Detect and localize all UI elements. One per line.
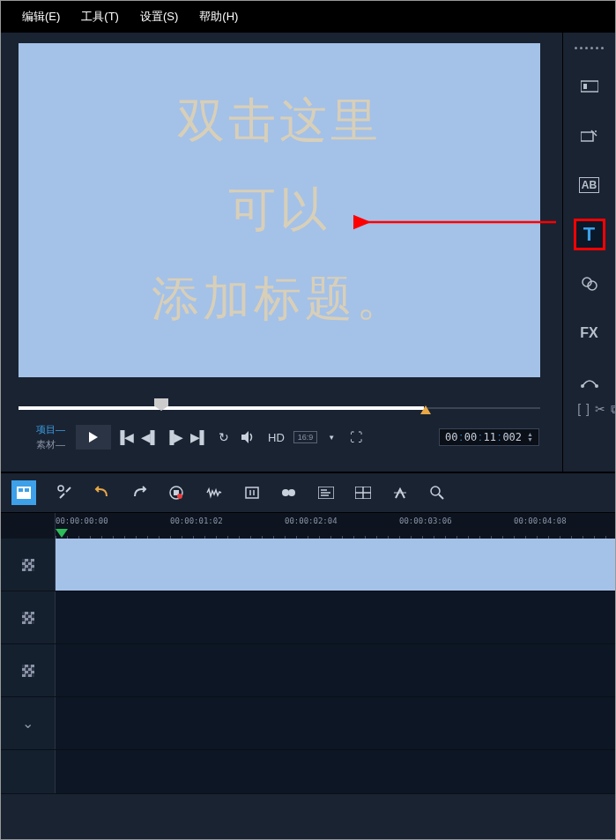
overlay-track-1[interactable] — [56, 591, 615, 643]
empty-track[interactable] — [56, 750, 615, 793]
timeline-view-button[interactable] — [11, 480, 36, 505]
expand-button[interactable]: ⛶ — [345, 427, 367, 448]
menu-edit[interactable]: 编辑(E) — [22, 9, 60, 25]
multi-trim-button[interactable] — [281, 487, 297, 499]
svg-rect-4 — [581, 132, 593, 141]
play-button[interactable] — [76, 425, 111, 450]
svg-point-9 — [595, 384, 598, 388]
subtitle-button[interactable] — [318, 487, 334, 499]
video-track-1[interactable] — [56, 539, 615, 591]
overlay-track-2[interactable] — [56, 644, 615, 696]
next-frame-button[interactable]: ▐▶ — [164, 427, 185, 448]
ruler-label: 00:00:02:04 — [285, 517, 338, 525]
ruler-label: 00:00:03:06 — [399, 517, 452, 525]
menu-help[interactable]: 帮助(H) — [199, 9, 238, 25]
svg-rect-14 — [25, 488, 29, 492]
svg-rect-3 — [583, 84, 587, 89]
title-line-3: 添加标题。 — [152, 267, 407, 331]
record-button[interactable] — [168, 485, 184, 501]
mark-out-icon[interactable]: ] — [586, 402, 590, 417]
timecode-down-icon[interactable]: ▼ — [527, 437, 533, 442]
volume-button[interactable] — [238, 427, 259, 448]
menu-settings[interactable]: 设置(S) — [140, 9, 178, 25]
svg-point-19 — [282, 489, 289, 496]
svg-rect-18 — [246, 487, 258, 498]
hd-label[interactable]: HD — [268, 431, 285, 444]
playhead-icon[interactable] — [56, 529, 68, 538]
aspect-ratio-badge[interactable]: 16:9 — [293, 431, 318, 443]
empty-track-header[interactable] — [1, 750, 56, 793]
tools-icon[interactable] — [57, 485, 73, 501]
effects-wand-button[interactable] — [574, 120, 605, 152]
motion-track-button[interactable] — [392, 486, 408, 500]
timeline-ruler[interactable]: 00:00:00:0000:00:01:0200:00:02:0400:00:0… — [56, 513, 615, 539]
ruler-label: 00:00:00:00 — [56, 517, 108, 525]
auto-music-button[interactable] — [244, 486, 260, 500]
title-line-1: 双击这里 — [177, 89, 382, 153]
svg-point-5 — [595, 130, 597, 132]
video-clip[interactable] — [56, 539, 615, 591]
aspect-dropdown-icon[interactable]: ▼ — [321, 427, 342, 448]
svg-point-29 — [431, 487, 440, 495]
go-end-button[interactable]: ▶▌ — [189, 427, 210, 448]
redo-button[interactable] — [131, 486, 147, 500]
track-expand-header[interactable]: ⌄ — [1, 697, 56, 749]
project-tab[interactable]: 项目— — [36, 423, 65, 436]
video-track-header[interactable] — [1, 539, 56, 591]
loop-button[interactable]: ↻ — [213, 427, 234, 448]
search-button[interactable] — [429, 485, 445, 501]
cut-icon[interactable]: ✂ — [595, 402, 605, 417]
checker-icon — [22, 665, 34, 677]
split-icon[interactable]: ⧉ — [611, 402, 616, 417]
multicam-button[interactable] — [355, 487, 371, 499]
prev-frame-button[interactable]: ◀▌ — [139, 427, 160, 448]
chevron-down-icon: ⌄ — [22, 715, 33, 732]
motion-path-button[interactable] — [574, 367, 605, 398]
scrubber-end-marker[interactable] — [420, 405, 431, 414]
ruler-label: 00:00:01:02 — [170, 517, 223, 525]
svg-marker-1 — [241, 431, 249, 443]
material-tab[interactable]: 素材— — [36, 438, 65, 451]
drag-handle-icon[interactable] — [575, 47, 604, 49]
title-tool-button[interactable]: T — [574, 219, 605, 250]
svg-rect-13 — [19, 488, 23, 492]
svg-line-30 — [439, 494, 443, 499]
overlay-track-header[interactable] — [1, 591, 56, 643]
checker-icon — [22, 612, 34, 624]
ruler-label: 00:00:04:08 — [514, 517, 567, 525]
scrubber-filled — [19, 406, 424, 410]
transitions-button[interactable]: AB — [574, 169, 605, 201]
svg-marker-0 — [89, 432, 98, 442]
checker-icon — [22, 559, 34, 571]
preview-canvas[interactable]: 双击这里 可以 添加标题。 — [19, 43, 540, 377]
svg-point-8 — [581, 384, 584, 388]
svg-point-15 — [58, 486, 63, 491]
undo-button[interactable] — [94, 486, 110, 500]
audio-mixer-button[interactable] — [205, 487, 223, 499]
menu-tools[interactable]: 工具(T) — [81, 9, 119, 25]
audio-track[interactable] — [56, 697, 615, 749]
svg-point-20 — [288, 489, 295, 496]
timecode-display[interactable]: 00 : 00 : 11 : 002 ▲ ▼ — [439, 428, 539, 446]
go-start-button[interactable]: ▐◀ — [115, 427, 136, 448]
mark-in-icon[interactable]: [ — [577, 402, 581, 417]
title-line-2: 可以 — [228, 178, 330, 242]
media-library-button[interactable] — [574, 71, 605, 102]
fx-button[interactable]: FX — [574, 317, 605, 349]
overlay-track-2-header[interactable] — [1, 644, 56, 696]
overlay-button[interactable] — [574, 268, 605, 300]
